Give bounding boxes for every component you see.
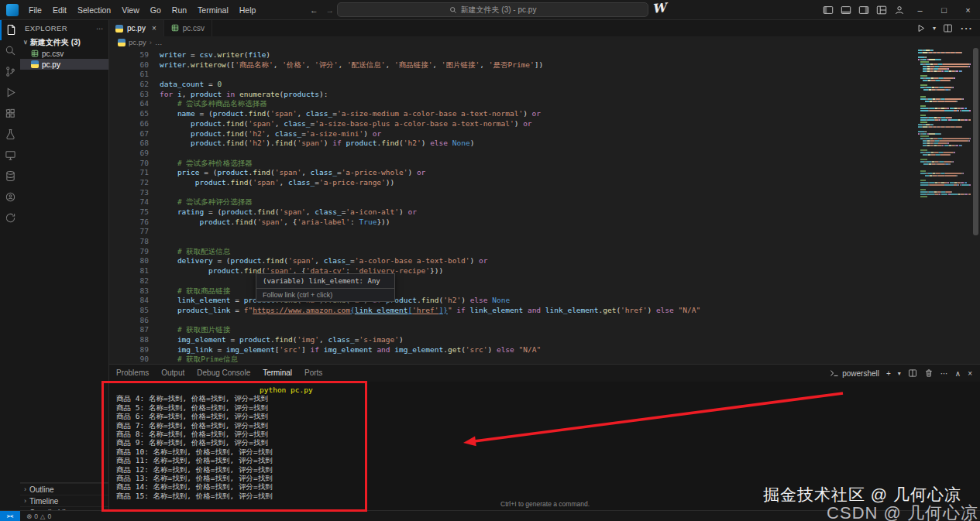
code-line: 72 product.find('span', class_='a-price-… bbox=[108, 178, 980, 188]
menu-help[interactable]: Help bbox=[234, 5, 262, 15]
minimap-line bbox=[918, 184, 971, 186]
terminal-command-line: python pc.py bbox=[116, 386, 980, 394]
toggle-secondary-sidebar-icon[interactable] bbox=[854, 0, 872, 19]
code-editor[interactable]: 59writer = csv.writer(file)60writer.writ… bbox=[108, 48, 980, 364]
minimap-line bbox=[918, 108, 971, 109]
menu-run[interactable]: Run bbox=[167, 5, 192, 15]
explorer-more-actions-icon[interactable]: ⋯ bbox=[96, 24, 104, 33]
run-and-debug-icon[interactable] bbox=[0, 82, 20, 103]
minimap-line bbox=[918, 82, 971, 84]
customize-layout-icon[interactable] bbox=[872, 0, 890, 19]
minimap[interactable] bbox=[918, 50, 971, 198]
terminal-profile[interactable]: powershell bbox=[830, 368, 879, 378]
code-line: 90 # 获取Prime信息 bbox=[108, 355, 980, 364]
problems-status[interactable]: ⊗0 △0 bbox=[26, 512, 51, 520]
extensions-icon[interactable] bbox=[0, 103, 20, 124]
minimap-line bbox=[918, 182, 971, 183]
explorer-title: EXPLORER bbox=[25, 24, 67, 33]
line-number: 71 bbox=[108, 168, 160, 178]
split-editor-icon[interactable] bbox=[943, 23, 953, 33]
code-text: price = (product.find('span', class_='a-… bbox=[160, 168, 425, 178]
code-line: 69 bbox=[108, 149, 980, 159]
account-icon[interactable] bbox=[890, 0, 908, 19]
line-number: 87 bbox=[108, 325, 160, 335]
toggle-sidebar-icon[interactable] bbox=[819, 0, 837, 19]
workspace-folder[interactable]: ∨ 新建文件夹 (3) bbox=[20, 36, 108, 48]
code-text: rating = (product.find('span', class_='a… bbox=[160, 207, 417, 218]
database-icon[interactable] bbox=[0, 166, 20, 187]
code-text: data_count = 0 bbox=[160, 80, 222, 90]
close-button[interactable]: × bbox=[956, 0, 980, 19]
menu-file[interactable]: File bbox=[23, 5, 47, 15]
minimap-line bbox=[918, 147, 971, 149]
menu-go[interactable]: Go bbox=[145, 5, 167, 15]
menu-edit[interactable]: Edit bbox=[47, 5, 72, 15]
terminal-icon bbox=[830, 368, 839, 378]
maximize-panel-icon[interactable]: ∧ bbox=[955, 369, 961, 378]
close-panel-icon[interactable]: × bbox=[968, 369, 972, 378]
line-number: 63 bbox=[108, 90, 160, 100]
chevron-down-icon: ∨ bbox=[23, 39, 28, 46]
file-item-pc.py[interactable]: pc.py bbox=[20, 59, 108, 70]
error-icon: ⊗ bbox=[26, 512, 32, 520]
explorer-icon[interactable] bbox=[0, 19, 20, 40]
line-number: 89 bbox=[108, 345, 160, 355]
editor-scrollbar[interactable] bbox=[973, 48, 978, 235]
panel-tab-debug-console[interactable]: Debug Console bbox=[197, 365, 250, 382]
panel-tab-ports[interactable]: Ports bbox=[304, 365, 322, 382]
panel-tab-terminal[interactable]: Terminal bbox=[263, 365, 292, 382]
source-control-icon[interactable] bbox=[0, 61, 20, 82]
panel-header: ProblemsOutputDebug ConsoleTerminalPorts… bbox=[108, 365, 980, 382]
shell-name: powershell bbox=[842, 369, 879, 378]
back-icon[interactable]: ← bbox=[310, 5, 318, 15]
section-label: Outline bbox=[29, 485, 54, 494]
minimize-button[interactable]: – bbox=[908, 0, 932, 19]
forward-icon[interactable]: → bbox=[326, 5, 335, 15]
menu-terminal[interactable]: Terminal bbox=[192, 5, 234, 15]
run-dropdown-chevron-icon[interactable]: ▾ bbox=[933, 25, 936, 32]
panel-tab-problems[interactable]: Problems bbox=[116, 365, 149, 382]
terminal-dropdown-chevron-icon[interactable]: ▾ bbox=[898, 370, 901, 377]
code-text: # 获取配送信息 bbox=[160, 247, 230, 257]
code-text: product.find('span', {'aria-label': True… bbox=[160, 218, 390, 228]
breadcrumb-item[interactable]: pc.py bbox=[129, 38, 146, 46]
settings-sync-icon[interactable] bbox=[0, 207, 20, 228]
command-center[interactable]: 新建文件夹 (3) - pc.py bbox=[337, 2, 648, 17]
minimap-line bbox=[918, 75, 971, 77]
file-label: pc.py bbox=[42, 60, 60, 69]
close-tab-icon[interactable]: × bbox=[152, 24, 156, 33]
terminal-command: python pc.py bbox=[260, 386, 313, 394]
line-number: 81 bbox=[108, 266, 160, 276]
remote-explorer-icon[interactable] bbox=[0, 145, 20, 166]
more-actions-icon[interactable]: ⋯ bbox=[960, 21, 972, 36]
testing-icon[interactable] bbox=[0, 124, 20, 145]
breadcrumb[interactable]: pc.py›… bbox=[108, 36, 980, 48]
panel-tab-output[interactable]: Output bbox=[161, 365, 184, 382]
history-nav: ← → bbox=[310, 0, 334, 19]
remote-indicator[interactable]: >< bbox=[0, 511, 20, 521]
maximize-button[interactable]: □ bbox=[932, 0, 956, 19]
code-line: 74 # 尝试多种评分选择器 bbox=[108, 197, 980, 207]
search-icon[interactable] bbox=[0, 40, 20, 61]
run-button[interactable] bbox=[916, 23, 926, 33]
tab-pc.csv[interactable]: pc.csv bbox=[164, 19, 212, 36]
panel-more-icon[interactable]: ⋯ bbox=[940, 369, 948, 378]
breadcrumb-item[interactable]: … bbox=[155, 38, 163, 46]
section-outline[interactable]: ›Outline bbox=[20, 483, 108, 495]
toggle-panel-icon[interactable] bbox=[837, 0, 854, 19]
menu-selection[interactable]: Selection bbox=[72, 5, 116, 15]
minimap-line bbox=[918, 142, 971, 144]
minimap-line bbox=[918, 196, 971, 197]
code-line: 81 product.find('span', {'data-cy': 'del… bbox=[108, 266, 980, 276]
minimap-line bbox=[918, 145, 971, 146]
live-share-icon[interactable] bbox=[0, 187, 20, 207]
new-terminal-icon[interactable]: + bbox=[886, 369, 891, 378]
kill-terminal-icon[interactable] bbox=[924, 368, 934, 378]
tab-pc.py[interactable]: pc.py× bbox=[108, 19, 164, 36]
section-timeline[interactable]: ›Timeline bbox=[20, 495, 108, 506]
tooltip-follow-link[interactable]: Follow link (ctrl + click) bbox=[256, 288, 394, 301]
file-item-pc.csv[interactable]: pc.csv bbox=[20, 48, 108, 59]
minimap-line bbox=[918, 103, 971, 105]
split-terminal-icon[interactable] bbox=[908, 368, 917, 378]
menu-view[interactable]: View bbox=[116, 5, 145, 15]
